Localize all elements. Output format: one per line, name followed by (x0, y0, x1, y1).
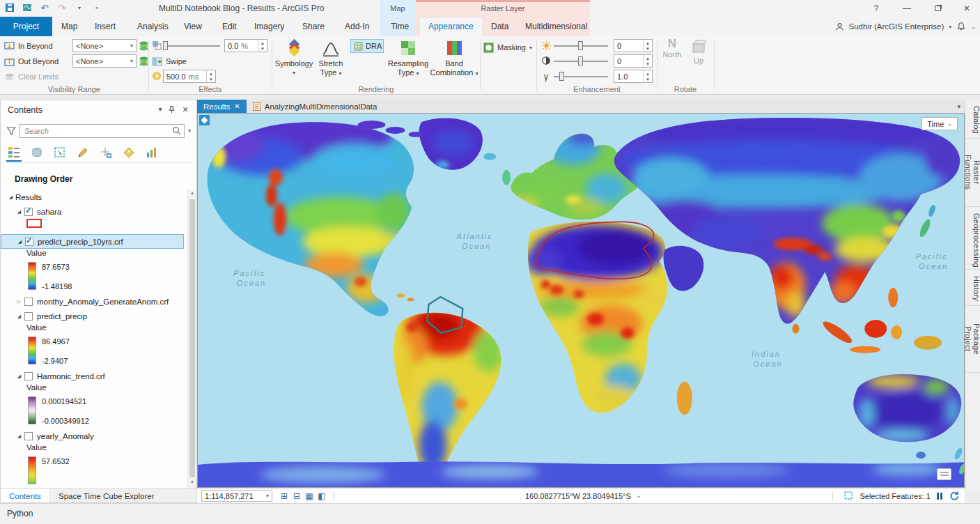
scrollbar-thumb[interactable] (189, 199, 195, 477)
tab-contents[interactable]: Contents (1, 489, 50, 502)
scale-select[interactable]: 1:114,857,271▾ (201, 490, 272, 502)
tab-multidimensional[interactable]: Multidimensional (516, 17, 596, 36)
contrast-spinner[interactable]: 0▲▼ (614, 54, 653, 68)
transparency-slider[interactable] (163, 40, 220, 52)
notifications-bell-icon[interactable] (956, 22, 966, 31)
layer-checkbox[interactable] (24, 432, 33, 440)
tab-catalog[interactable]: Catalog (965, 100, 980, 139)
snapping-toggle-icon[interactable]: ◧ (316, 491, 328, 501)
save-project-icon[interactable] (4, 2, 15, 13)
north-button[interactable]: N North (660, 38, 684, 83)
expand-icon[interactable]: ◢ (15, 239, 24, 245)
list-by-selection-icon[interactable] (52, 144, 68, 162)
open-table-icon[interactable]: ▦ (303, 491, 316, 501)
time-filter-button[interactable]: Time⌄ (921, 117, 958, 130)
symbology-button[interactable]: Symbology ▾ (275, 38, 313, 83)
goto-xy-icon[interactable]: ⊟ (290, 491, 303, 501)
python-view-tab[interactable]: Python (7, 509, 33, 518)
layer-checkbox[interactable] (24, 372, 33, 380)
tab-data[interactable]: Data (482, 17, 518, 36)
tab-map[interactable]: Map (52, 17, 86, 36)
expand-icon[interactable]: ◢ (15, 433, 24, 439)
in-beyond-select[interactable]: <None>▾ (72, 39, 137, 52)
pin-icon[interactable] (167, 105, 178, 116)
tab-share[interactable]: Share (293, 17, 334, 36)
tab-addin[interactable]: Add-In (336, 17, 378, 36)
search-input[interactable] (20, 124, 185, 138)
masking-button[interactable]: Masking ▾ (483, 40, 532, 54)
list-by-drawing-order-icon[interactable] (6, 144, 22, 162)
close-tab-icon[interactable]: ✕ (234, 102, 240, 110)
clear-limits-button[interactable]: Clear Limits (4, 70, 59, 84)
dra-toggle[interactable]: DRA (350, 39, 384, 53)
qat-overflow-icon[interactable]: ⹀ (91, 2, 102, 13)
tab-geoprocessing[interactable]: Geoprocessing (965, 207, 980, 270)
swipe-button[interactable]: Swipe (152, 54, 187, 68)
tab-analysis[interactable]: Analysis (128, 17, 178, 36)
doc-tab-analyzing[interactable]: AnalyzingMultiDimensionalData (247, 100, 384, 113)
expand-icon[interactable]: ◢ (6, 194, 15, 200)
stretch-type-button[interactable]: Stretch Type ▾ (314, 38, 348, 83)
pause-drawing-icon[interactable] (937, 493, 942, 500)
filter-icon[interactable] (6, 126, 16, 136)
pane-menu-icon[interactable]: ▾ (155, 105, 166, 116)
list-by-charts-icon[interactable] (144, 144, 160, 162)
list-by-labeling-icon[interactable] (121, 144, 137, 162)
doc-tab-results[interactable]: Results✕ (197, 100, 247, 113)
feedback-icon[interactable] (937, 468, 951, 480)
qat-customize-icon[interactable]: ▾ (74, 2, 85, 13)
sahara-symbol-swatch[interactable] (26, 219, 42, 228)
close-button[interactable]: ✕ (955, 0, 979, 17)
undo-icon[interactable]: ↶ (39, 2, 50, 13)
list-by-data-source-icon[interactable] (29, 144, 45, 162)
search-history-caret-icon[interactable]: ▾ (188, 128, 191, 134)
band-combination-button[interactable]: Band Combination ▾ (430, 38, 479, 83)
layer-checkbox[interactable] (25, 238, 33, 246)
layer-row-yearly-anomaly[interactable]: ◢ yearly_Anomaly (1, 429, 187, 443)
tab-raster-functions[interactable]: Raster Functions (965, 139, 980, 207)
close-pane-icon[interactable]: ✕ (180, 105, 191, 116)
tab-history[interactable]: History (965, 270, 980, 306)
tab-project[interactable]: Project (0, 17, 52, 36)
tab-appearance[interactable]: Appearance (419, 17, 483, 36)
layer-checkbox[interactable] (24, 208, 33, 216)
tab-list-caret-icon[interactable]: ▾ (953, 103, 965, 110)
contents-scrollbar[interactable]: ▲ ▼ (187, 190, 196, 488)
tab-package-project[interactable]: Package Project (965, 306, 980, 373)
map-overview-icon[interactable] (199, 115, 210, 125)
restore-button[interactable] (926, 0, 949, 17)
scroll-down-icon[interactable]: ▼ (188, 479, 196, 488)
layer-row-monthy-anomaly[interactable]: ▷ monthy_Anomaly_GenerateAnom.crf (1, 294, 187, 309)
layer-checkbox[interactable] (24, 312, 33, 321)
tab-view[interactable]: View (175, 17, 211, 36)
tab-space-time-cube-explorer[interactable]: Space Time Cube Explorer (50, 489, 162, 502)
new-bookmark-icon[interactable]: ⊞ (278, 491, 290, 501)
redo-icon[interactable]: ↷ (56, 2, 68, 13)
transparency-spinner[interactable]: 0.0% ▲▼ (224, 39, 267, 52)
tab-time[interactable]: Time (382, 17, 418, 36)
tab-insert[interactable]: Insert (86, 17, 125, 36)
brightness-slider[interactable] (554, 40, 608, 52)
brightness-spinner[interactable]: 0▲▼ (614, 39, 653, 52)
out-beyond-select[interactable]: <None>▾ (72, 54, 137, 68)
map-tool-icon[interactable] (22, 2, 33, 13)
expand-icon[interactable]: ◢ (15, 373, 24, 379)
gamma-spinner[interactable]: 1.0▲▼ (614, 70, 653, 83)
layer-row-sahara[interactable]: ◢ sahara (1, 204, 187, 219)
layer-checkbox[interactable] (24, 298, 33, 306)
flicker-spinner[interactable]: 500.0ms ▲▼ (163, 70, 216, 83)
collapse-icon[interactable]: ▷ (15, 299, 24, 305)
tab-edit[interactable]: Edit (213, 17, 246, 36)
gamma-slider[interactable] (554, 70, 608, 82)
ribbon-collapse-icon[interactable]: ⌄ (971, 24, 976, 30)
expand-icon[interactable]: ◢ (15, 314, 24, 319)
refresh-icon[interactable] (949, 491, 959, 501)
map-canvas[interactable]: Atlantic Ocean Pacific Ocean Pacific Oce… (197, 113, 965, 488)
up-button[interactable]: Up (687, 38, 710, 83)
list-by-snapping-icon[interactable] (98, 144, 114, 162)
scroll-up-icon[interactable]: ▲ (188, 190, 196, 199)
cursor-coordinates[interactable]: 160.0827715°W 23.8049415°S⌄ (525, 492, 641, 500)
tab-imagery[interactable]: Imagery (245, 17, 293, 36)
list-by-editing-icon[interactable] (75, 144, 91, 162)
account-menu[interactable]: Sudhir (ArcGIS Enterprise) ▾ ⌄ (835, 17, 976, 36)
